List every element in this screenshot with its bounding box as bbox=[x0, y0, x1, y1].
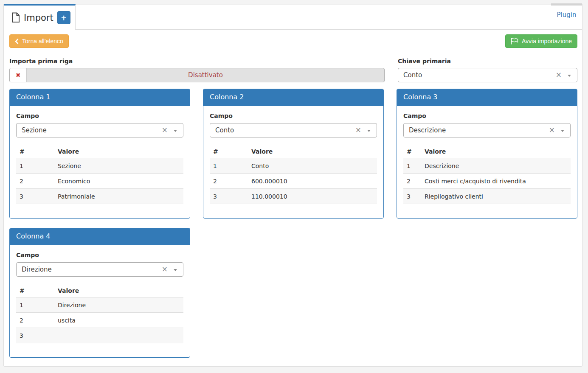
start-import-label: Avvia importazione bbox=[522, 38, 572, 45]
row-value: Sezione bbox=[54, 158, 183, 174]
add-button[interactable]: + bbox=[57, 11, 70, 24]
clear-icon[interactable]: × bbox=[162, 266, 168, 273]
panels-row-1: Colonna 1 Campo Sezione × # Valore bbox=[9, 89, 577, 219]
field-select-value: Direzione bbox=[22, 266, 52, 273]
table-row: 3 bbox=[16, 328, 183, 343]
row-value: uscita bbox=[54, 313, 183, 328]
values-table: # Valore 1Descrizione 2Costi merci c/acq… bbox=[403, 145, 571, 204]
row-value: 110.000010 bbox=[248, 189, 377, 204]
table-row: 3110.000010 bbox=[210, 189, 377, 204]
field-label: Campo bbox=[16, 112, 183, 119]
row-value: Riepilogativo clienti bbox=[421, 189, 571, 204]
panel-title: Colonna 2 bbox=[203, 89, 383, 106]
row-index: 3 bbox=[16, 328, 54, 343]
field-select-value: Sezione bbox=[22, 126, 47, 134]
chevron-down-icon[interactable] bbox=[367, 130, 371, 132]
table-row: 3Patrimoniale bbox=[16, 189, 183, 204]
page-title: Import bbox=[24, 13, 53, 23]
tab-plugin[interactable]: Plugin bbox=[551, 3, 582, 29]
panel-body: Campo Sezione × # Valore bbox=[10, 106, 190, 218]
back-button-label: Torna all'elenco bbox=[22, 38, 63, 45]
toolbar: Torna all'elenco Avvia importazione bbox=[9, 34, 577, 48]
field-select-value: Descrizione bbox=[409, 126, 446, 134]
value-header: Valore bbox=[421, 145, 571, 158]
import-first-row-toggle[interactable]: ✖ Disattivato bbox=[9, 68, 385, 82]
table-row: 3Riepilogativo clienti bbox=[403, 189, 571, 204]
chevron-down-icon[interactable] bbox=[174, 269, 177, 271]
row-index: 2 bbox=[16, 174, 54, 189]
column-panel-2: Colonna 2 Campo Conto × # Valore bbox=[203, 89, 384, 219]
value-header: Valore bbox=[54, 284, 183, 297]
import-first-row-label: Importa prima riga bbox=[9, 58, 385, 65]
row-value: Direzione bbox=[54, 297, 183, 313]
row-index: 3 bbox=[403, 189, 421, 204]
value-header: Valore bbox=[54, 145, 183, 158]
panel-body: Campo Conto × # Valore bbox=[203, 106, 383, 218]
values-table: # Valore 1Sezione 2Economico 3Patrimonia… bbox=[16, 145, 183, 204]
document-icon bbox=[11, 12, 20, 23]
table-header-row: # Valore bbox=[403, 145, 571, 158]
panel-body: Campo Direzione × # Valore bbox=[10, 245, 190, 357]
clear-icon[interactable]: × bbox=[162, 126, 168, 134]
index-header: # bbox=[16, 284, 54, 297]
column-panel-1: Colonna 1 Campo Sezione × # Valore bbox=[9, 89, 190, 219]
table-row: 2600.000010 bbox=[210, 174, 377, 189]
primary-key-select[interactable]: Conto × bbox=[398, 68, 577, 82]
panel-title: Colonna 3 bbox=[397, 89, 577, 106]
column-panel-3: Colonna 3 Campo Descrizione × # Valore bbox=[397, 89, 577, 219]
index-header: # bbox=[403, 145, 421, 158]
row-value bbox=[54, 328, 183, 343]
field-label: Campo bbox=[403, 112, 571, 119]
field-select[interactable]: Direzione × bbox=[16, 262, 183, 277]
panel-title: Colonna 1 bbox=[10, 89, 190, 106]
toggle-off-icon[interactable]: ✖ bbox=[10, 68, 27, 82]
table-row: 2Economico bbox=[16, 174, 183, 189]
panel-body: Campo Descrizione × # Valore bbox=[397, 106, 577, 218]
value-header: Valore bbox=[248, 145, 377, 158]
row-index: 2 bbox=[210, 174, 248, 189]
clear-icon[interactable]: × bbox=[355, 126, 361, 134]
row-index: 1 bbox=[403, 158, 421, 174]
clear-icon[interactable]: × bbox=[556, 71, 562, 79]
field-select-value: Conto bbox=[215, 126, 234, 134]
back-to-list-button[interactable]: Torna all'elenco bbox=[9, 34, 69, 48]
table-row: 1Descrizione bbox=[403, 158, 571, 174]
row-value: Descrizione bbox=[421, 158, 571, 174]
field-select[interactable]: Conto × bbox=[210, 123, 377, 137]
primary-key-label: Chiave primaria bbox=[398, 58, 577, 65]
row-value: 600.000010 bbox=[248, 174, 377, 189]
row-index: 1 bbox=[210, 158, 248, 174]
table-header-row: # Valore bbox=[210, 145, 377, 158]
start-import-button[interactable]: Avvia importazione bbox=[505, 34, 577, 48]
main-card: Import + Plugin Torna all'elenco bbox=[3, 4, 582, 367]
field-select[interactable]: Sezione × bbox=[16, 123, 183, 137]
row-value: Costi merci c/acquisto di rivendita bbox=[421, 174, 571, 189]
values-table: # Valore 1Conto 2600.000010 3110.000010 bbox=[210, 145, 377, 204]
tab-import[interactable]: Import + bbox=[4, 4, 76, 30]
table-row: 1Conto bbox=[210, 158, 377, 174]
clear-icon[interactable]: × bbox=[549, 126, 555, 134]
values-table: # Valore 1Direzione 2uscita 3 bbox=[16, 284, 183, 343]
row-index: 1 bbox=[16, 158, 54, 174]
plugin-tab-label: Plugin bbox=[557, 11, 577, 19]
panel-title: Colonna 4 bbox=[10, 228, 190, 245]
tab-strip-spacer: Plugin bbox=[76, 4, 582, 30]
row-value: Patrimoniale bbox=[54, 189, 183, 204]
chevron-down-icon[interactable] bbox=[174, 130, 177, 132]
chevron-down-icon[interactable] bbox=[568, 75, 571, 77]
row-index: 1 bbox=[16, 297, 54, 313]
row-index: 3 bbox=[16, 189, 54, 204]
row-index: 2 bbox=[16, 313, 54, 328]
content-area: Torna all'elenco Avvia importazione Impo… bbox=[4, 30, 582, 366]
table-row: 1Sezione bbox=[16, 158, 183, 174]
toggle-status[interactable]: Disattivato bbox=[27, 68, 384, 82]
chevron-down-icon[interactable] bbox=[561, 130, 564, 132]
panels-row-2: Colonna 4 Campo Direzione × # Valore bbox=[9, 228, 577, 358]
field-select[interactable]: Descrizione × bbox=[403, 123, 571, 137]
primary-key-value: Conto bbox=[403, 71, 422, 79]
row-value: Conto bbox=[248, 158, 377, 174]
tab-strip: Import + Plugin bbox=[4, 4, 582, 30]
primary-key-group: Chiave primaria Conto × bbox=[398, 58, 577, 82]
table-row: 1Direzione bbox=[16, 297, 183, 313]
flag-icon bbox=[511, 38, 518, 45]
